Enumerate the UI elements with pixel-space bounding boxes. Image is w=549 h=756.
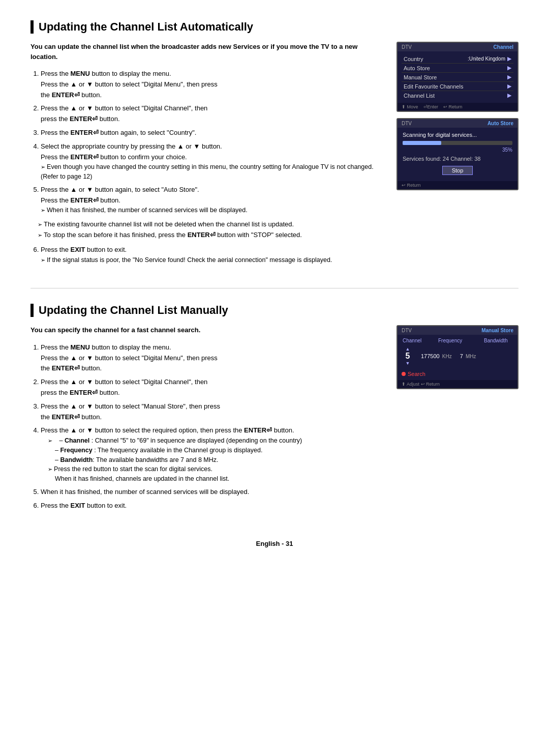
page-label: English - 31 — [256, 540, 293, 547]
screen-channel-header: DTV Channel — [398, 43, 517, 51]
section1-screenshots: DTV Channel Country :United Kingdom ▶ Au… — [396, 42, 518, 268]
editfav-label: Edit Favourite Channels — [404, 83, 505, 90]
progress-pct: 35% — [403, 147, 512, 153]
autostore-arrow: ▶ — [507, 65, 511, 71]
red-dot-icon — [402, 372, 406, 376]
menu-editfav: Edit Favourite Channels ▶ — [402, 82, 513, 91]
manst-footer: ⬆ Adjust ↩ Return — [398, 380, 517, 388]
autostore-title: Auto Store — [487, 121, 513, 126]
bw-unit: MHz — [466, 354, 476, 359]
freq-unit: KHz — [442, 354, 452, 359]
channel-updown: ▲ 5 ▼ — [403, 346, 413, 366]
channel-title: Channel — [494, 44, 513, 50]
screen-autostore: DTV Auto Store Scanning for digital serv… — [396, 118, 518, 190]
col-freq: Frequency — [438, 338, 474, 343]
country-value: :United Kingdom — [468, 56, 505, 62]
step5-note: When it has finished, the number of scan… — [41, 206, 386, 215]
col-channel: Channel — [403, 338, 428, 343]
page-indicator: English - 31 — [30, 540, 518, 547]
manst-body: Channel Frequency Bandwidth ▲ 5 ▼ 177500… — [398, 335, 517, 380]
section2-instructions: You can specify the channel for a fast c… — [30, 325, 386, 514]
s2-step-6: Press the EXIT button to exit. — [41, 501, 386, 511]
country-label: Country — [404, 56, 468, 62]
dtv-label: DTV — [402, 44, 412, 50]
section-2: Updating the Channel List Manually You c… — [30, 304, 518, 514]
step4-note: Even though you have changed the country… — [41, 162, 386, 182]
manst-title: Manual Store — [481, 328, 513, 333]
screen-channel-body: Country :United Kingdom ▶ Auto Store ▶ M… — [398, 51, 517, 103]
section2-title: Updating the Channel List Manually — [30, 304, 518, 317]
s2-step4-note4: Press the red button to start the scan f… — [48, 464, 386, 484]
s2-step4-note3: – Bandwidth: The available bandwidths ar… — [55, 455, 386, 465]
menu-channellist: Channel List ▶ — [402, 91, 513, 100]
s2-step-4: Press the ▲ or ▼ button to select the re… — [41, 425, 386, 484]
step-6: Press the EXIT button to exit. If the si… — [41, 245, 386, 265]
menu-country: Country :United Kingdom ▶ — [402, 54, 513, 64]
section1-title: Updating the Channel List Automatically — [30, 20, 518, 34]
step-4: Select the appropriate country by pressi… — [41, 141, 386, 182]
footer-return-2: ↩ Return — [402, 183, 421, 188]
s2-step4-note1: – Channel : Channel "5" to "69" in seque… — [48, 436, 386, 446]
search-button[interactable]: Search — [402, 371, 513, 377]
menu-autostore: Auto Store ▶ — [402, 64, 513, 73]
col-bw: Bandwidth — [484, 338, 508, 343]
manst-table-header: Channel Frequency Bandwidth — [402, 338, 513, 343]
editfav-arrow: ▶ — [507, 83, 511, 90]
up-arrow: ▲ — [406, 346, 410, 352]
footer-move: ⬆ Move — [402, 104, 418, 109]
services-info: Services found: 24 Channel: 38 — [403, 156, 512, 162]
bw-display: 7 MHz — [460, 353, 476, 359]
channel-value: 5 — [403, 352, 413, 361]
screen-channel: DTV Channel Country :United Kingdom ▶ Au… — [396, 42, 518, 112]
extra-note-2: To stop the scan before it has finished,… — [38, 230, 386, 241]
section-1: Updating the Channel List Automatically … — [30, 20, 518, 268]
s2-step-2: Press the ▲ or ▼ button to select "Digit… — [41, 377, 386, 398]
section1-intro: You can update the channel list when the… — [30, 42, 386, 62]
section1-steps: Press the MENU button to display the men… — [30, 69, 386, 215]
search-label: Search — [408, 371, 425, 377]
footer-adjust: ⬆ Adjust ↩ Return — [402, 382, 440, 387]
section2-steps: Press the MENU button to display the men… — [30, 342, 386, 484]
autostore-body: Scanning for digital services... 35% Ser… — [398, 128, 517, 181]
stop-button[interactable]: Stop — [442, 166, 473, 175]
progress-bar-outer — [403, 141, 512, 145]
s2-step-1: Press the MENU button to display the men… — [41, 342, 386, 374]
step6-note: If the signal status is poor, the "No Se… — [41, 255, 386, 265]
section1-step6-list: Press the EXIT button to exit. If the si… — [30, 245, 386, 265]
freq-display: 177500 KHz — [421, 353, 452, 359]
channellist-label: Channel List — [404, 93, 505, 99]
menu-manualstore: Manual Store ▶ — [402, 73, 513, 82]
manualstore-label: Manual Store — [404, 74, 505, 80]
s2-step-3: Press the ▲ or ▼ button to select "Manua… — [41, 401, 386, 423]
section1-instructions: You can update the channel list when the… — [30, 42, 386, 268]
manst-table-row: ▲ 5 ▼ 177500 KHz 7 MHz — [402, 345, 513, 367]
section2-screenshots: DTV Manual Store Channel Frequency Bandw… — [396, 325, 518, 514]
autostore-footer: ↩ Return — [398, 181, 517, 189]
step-3: Press the ENTER⏎ button again, to select… — [41, 128, 386, 138]
autostore-header: DTV Auto Store — [398, 119, 517, 128]
footer-enter: ⏎Enter — [423, 104, 439, 109]
autostore-label: Auto Store — [404, 65, 505, 71]
section1-content: You can update the channel list when the… — [30, 42, 518, 268]
progress-bar-inner — [403, 141, 441, 145]
screen-channel-footer: ⬆ Move ⏎Enter ↩ Return — [398, 103, 517, 111]
section2-intro: You can specify the channel for a fast c… — [30, 325, 386, 335]
down-arrow: ▼ — [406, 361, 410, 366]
section2-steps-56: When it has finished, the number of scan… — [30, 487, 386, 511]
s2-step4-note2: – Frequency : The frequency available in… — [55, 446, 386, 455]
freq-value: 177500 — [421, 353, 440, 359]
extra-note-1: The existing favourite channel list will… — [38, 219, 386, 230]
section2-content: You can specify the channel for a fast c… — [30, 325, 518, 514]
country-arrow: ▶ — [507, 55, 511, 62]
screen-manualstore: DTV Manual Store Channel Frequency Bandw… — [396, 325, 518, 389]
s2-step-5: When it has finished, the number of scan… — [41, 487, 386, 498]
dtv-label-3: DTV — [402, 328, 412, 333]
bw-value: 7 — [460, 353, 463, 359]
step-1: Press the MENU button to display the men… — [41, 69, 386, 100]
scanning-text: Scanning for digital services... — [403, 132, 512, 138]
section-separator — [30, 288, 518, 288]
manualstore-arrow: ▶ — [507, 74, 511, 80]
step-2: Press the ▲ or ▼ button to select "Digit… — [41, 103, 386, 125]
manst-header: DTV Manual Store — [398, 326, 517, 335]
channellist-arrow: ▶ — [507, 92, 511, 99]
